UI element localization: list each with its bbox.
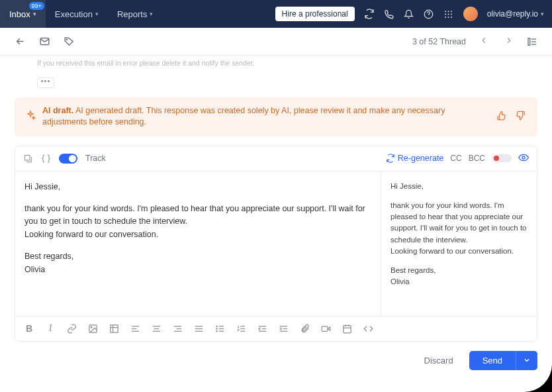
outdent-button[interactable] <box>256 322 268 334</box>
svg-point-37 <box>216 330 216 331</box>
eye-icon[interactable] <box>518 152 529 165</box>
link-button[interactable] <box>66 322 77 334</box>
format-toolbar: B I <box>15 316 537 341</box>
user-menu[interactable]: olivia@reply.io ▾ <box>487 9 544 19</box>
svg-rect-12 <box>528 38 530 45</box>
svg-point-7 <box>445 16 446 17</box>
editor-pane[interactable]: Hi Jessie, thank you for your kind words… <box>15 172 381 316</box>
nav-reports-label: Reports <box>117 9 148 19</box>
braces-icon[interactable] <box>41 154 51 164</box>
svg-point-8 <box>448 16 449 17</box>
send-button-group: Send <box>469 351 537 370</box>
code-button[interactable] <box>362 322 374 334</box>
align-justify-button[interactable] <box>193 322 205 334</box>
ai-draft-banner: AI draft. AI generated draft. This respo… <box>15 97 537 136</box>
bullet-list-button[interactable] <box>214 322 226 334</box>
tag-icon[interactable] <box>64 36 75 47</box>
svg-point-9 <box>451 16 452 17</box>
nav-inbox[interactable]: Inbox ▾ 99+ <box>0 0 46 28</box>
svg-point-17 <box>522 156 525 159</box>
quoted-text-line: If you received this email in error plea… <box>37 58 537 68</box>
help-icon[interactable] <box>424 9 434 19</box>
user-email-label: olivia@reply.io <box>487 9 538 19</box>
track-toggle[interactable] <box>59 154 77 164</box>
cc-button[interactable]: CC <box>450 154 461 163</box>
expand-quoted-button[interactable]: ••• <box>37 77 54 88</box>
svg-rect-16 <box>25 155 30 160</box>
regenerate-label: Re-generate <box>398 154 444 163</box>
svg-point-5 <box>448 13 449 15</box>
calendar-button[interactable] <box>341 322 353 334</box>
svg-rect-20 <box>110 325 117 332</box>
next-thread-button[interactable] <box>502 33 516 50</box>
image-button[interactable] <box>87 322 99 334</box>
thread-position: 3 of 52 Thread <box>412 37 466 46</box>
refresh-icon[interactable] <box>364 9 375 19</box>
editor-signature: Best regards, Olivia <box>24 250 371 276</box>
thumbs-down-button[interactable] <box>514 109 527 124</box>
envelope-icon[interactable] <box>39 36 50 47</box>
svg-point-35 <box>216 326 216 326</box>
send-button[interactable]: Send <box>469 351 516 370</box>
italic-button[interactable]: I <box>44 322 56 334</box>
bold-button[interactable]: B <box>23 322 35 334</box>
svg-point-3 <box>451 11 452 12</box>
attachment-button[interactable] <box>299 322 310 334</box>
avatar[interactable] <box>463 7 478 21</box>
bcc-button[interactable]: BCC <box>469 154 485 163</box>
composer-body: Hi Jessie, thank you for your kind words… <box>15 172 537 316</box>
composer-header: Track Re-generate CC BCC <box>15 146 537 172</box>
ai-banner-title: AI draft. <box>42 106 73 115</box>
chevron-down-icon: ▾ <box>150 11 153 17</box>
thumbs-up-button[interactable] <box>495 109 508 124</box>
track-label: Track <box>85 154 106 163</box>
align-left-button[interactable] <box>129 322 141 334</box>
editor-greeting: Hi Jessie, <box>24 181 371 193</box>
discard-button[interactable]: Discard <box>418 352 460 369</box>
popout-icon[interactable] <box>23 154 33 164</box>
svg-point-2 <box>448 11 449 12</box>
inbox-badge: 99+ <box>29 2 44 10</box>
back-arrow-icon[interactable] <box>15 36 26 47</box>
ai-banner-text: AI draft. AI generated draft. This respo… <box>42 105 488 128</box>
preview-signature: Best regards, Olivia <box>391 265 528 288</box>
content-area: If you received this email in error plea… <box>0 58 552 383</box>
align-right-button[interactable] <box>171 322 183 334</box>
chevron-down-icon: ▾ <box>33 11 36 17</box>
svg-point-4 <box>445 13 446 15</box>
nav-inbox-label: Inbox <box>9 9 30 19</box>
phone-icon[interactable] <box>384 9 394 19</box>
regenerate-button[interactable]: Re-generate <box>386 154 444 163</box>
composer-footer: Discard Send <box>15 351 537 370</box>
prev-thread-button[interactable] <box>477 33 491 50</box>
send-dropdown-button[interactable] <box>516 351 537 370</box>
svg-point-11 <box>66 39 67 40</box>
svg-point-6 <box>451 13 452 15</box>
align-center-button[interactable] <box>150 322 162 334</box>
nav-reports[interactable]: Reports ▾ <box>108 0 163 28</box>
chevron-down-icon: ▾ <box>541 11 544 17</box>
panel-toggle-icon[interactable] <box>527 36 537 47</box>
apps-grid-icon[interactable] <box>443 9 454 19</box>
composer: Track Re-generate CC BCC Hi Jessie, <box>15 146 537 342</box>
app-window: Inbox ▾ 99+ Execution ▾ Reports ▾ Hire a… <box>0 0 552 392</box>
nav-execution[interactable]: Execution ▾ <box>46 0 108 28</box>
recipient-chip[interactable] <box>492 154 512 162</box>
indent-button[interactable] <box>277 322 289 334</box>
bell-icon[interactable] <box>404 9 414 19</box>
editor-body: thank you for your kind words. I'm pleas… <box>24 203 371 241</box>
table-button[interactable] <box>108 322 120 334</box>
thread-toolbar: 3 of 52 Thread <box>0 28 552 56</box>
hire-professional-button[interactable]: Hire a professional <box>275 7 355 21</box>
svg-point-19 <box>91 326 92 328</box>
preview-body: thank you for your kind words. I'm pleas… <box>391 200 528 257</box>
video-button[interactable] <box>320 322 332 334</box>
svg-rect-50 <box>322 326 328 331</box>
ai-banner-body: AI generated draft. This response was cr… <box>42 106 445 127</box>
svg-point-36 <box>216 328 216 329</box>
ai-sparkle-icon <box>25 110 36 123</box>
chevron-down-icon: ▾ <box>95 11 99 17</box>
numbered-list-button[interactable] <box>235 322 247 334</box>
preview-greeting: Hi Jessie, <box>391 181 528 192</box>
preview-pane: Hi Jessie, thank you for your kind words… <box>381 172 537 316</box>
